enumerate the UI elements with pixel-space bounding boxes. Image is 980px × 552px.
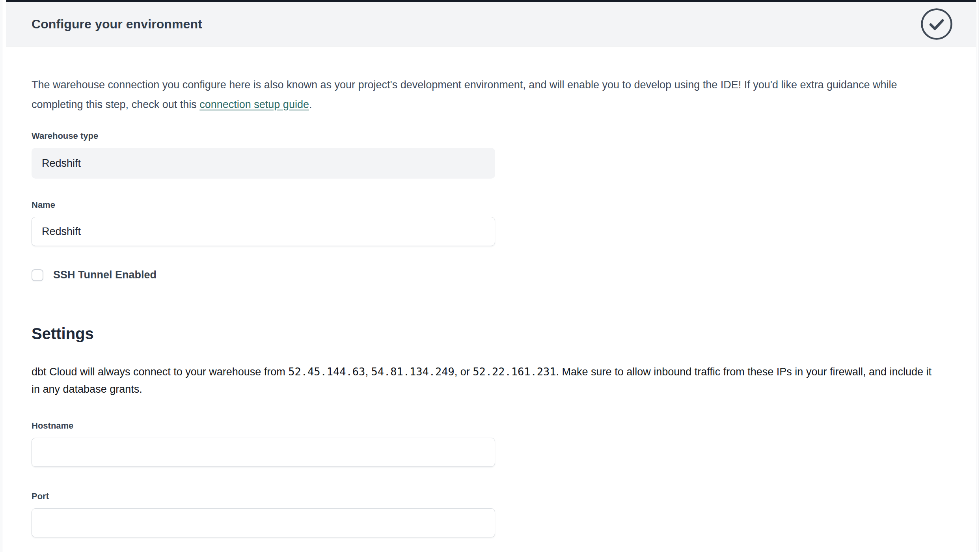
environment-settings-panel: Configure your environment The warehouse… xyxy=(6,0,976,552)
settings-heading: Settings xyxy=(32,324,951,343)
ip-address-1: 52.45.144.63 xyxy=(288,366,365,378)
name-field: Name xyxy=(32,200,951,246)
ssh-tunnel-row: SSH Tunnel Enabled xyxy=(32,269,951,281)
connection-setup-guide-link[interactable]: connection setup guide xyxy=(199,99,309,110)
warehouse-type-label: Warehouse type xyxy=(32,131,951,141)
ip-address-3: 52.22.161.231 xyxy=(473,366,556,378)
warehouse-type-value: Redshift xyxy=(42,157,81,170)
hostname-label: Hostname xyxy=(32,421,951,431)
intro-paragraph: The warehouse connection you configure h… xyxy=(32,75,942,114)
ip-address-2: 54.81.134.249 xyxy=(371,366,454,378)
page-title: Configure your environment xyxy=(32,17,202,32)
scrollbar-track[interactable] xyxy=(978,0,979,552)
hostname-field: Hostname xyxy=(32,421,951,467)
ssh-tunnel-label: SSH Tunnel Enabled xyxy=(53,269,157,281)
desc-sep-1: , xyxy=(365,366,371,378)
port-field: Port xyxy=(32,491,951,537)
check-circle-icon xyxy=(920,7,953,41)
hostname-input[interactable] xyxy=(32,438,495,467)
desc-before-ips: dbt Cloud will always connect to your wa… xyxy=(32,366,288,378)
ssh-tunnel-checkbox[interactable] xyxy=(32,269,43,281)
warehouse-type-readonly-field: Redshift xyxy=(32,148,495,179)
page-left-gutter xyxy=(0,0,2,552)
desc-sep-2: , or xyxy=(455,366,473,378)
port-label: Port xyxy=(32,491,951,502)
intro-text: The warehouse connection you configure h… xyxy=(32,79,897,110)
settings-description: dbt Cloud will always connect to your wa… xyxy=(32,363,942,398)
name-input[interactable] xyxy=(32,217,495,246)
panel-header: Configure your environment xyxy=(6,2,976,47)
scrollbar[interactable] xyxy=(976,0,980,552)
name-label: Name xyxy=(32,200,951,210)
warehouse-type-field: Warehouse type Redshift xyxy=(32,131,951,179)
panel-body: The warehouse connection you configure h… xyxy=(6,47,976,537)
intro-text-suffix: . xyxy=(309,99,312,110)
port-input[interactable] xyxy=(32,508,495,537)
